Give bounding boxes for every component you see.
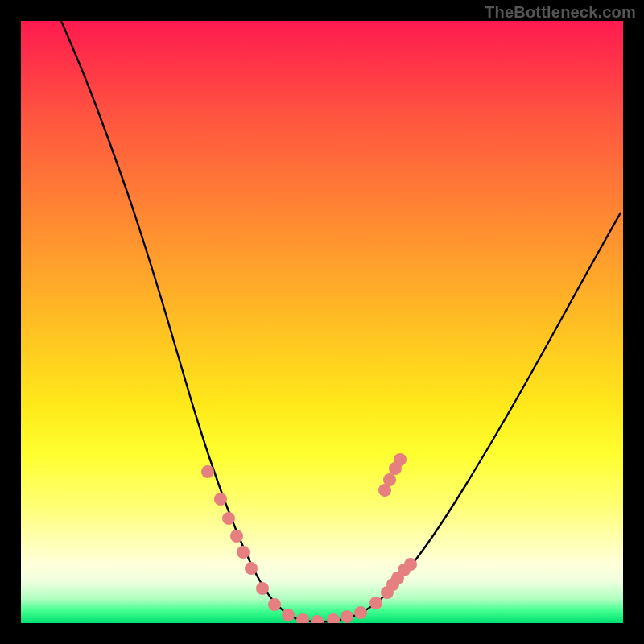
chart-frame — [21, 21, 623, 623]
watermark: TheBottleneck.com — [485, 3, 636, 22]
background-gradient — [21, 21, 623, 623]
